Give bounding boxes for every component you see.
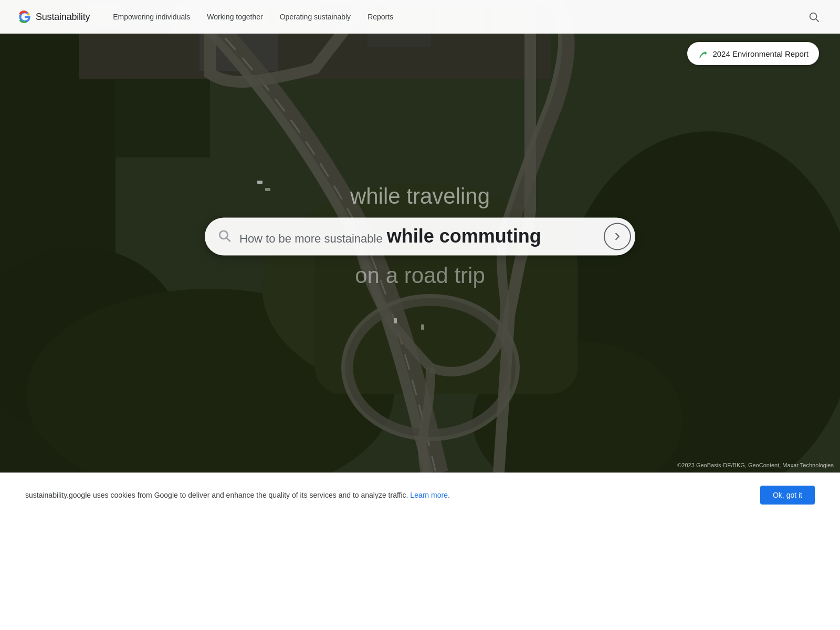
search-icon [808, 11, 820, 23]
search-text-area: How to be more sustainable while commuti… [239, 225, 604, 247]
search-bar: How to be more sustainable while commuti… [205, 217, 635, 255]
leaf-icon [698, 48, 708, 59]
search-button[interactable] [804, 7, 823, 26]
search-prefix: How to be more sustainable [239, 232, 383, 246]
search-bar-icon-wrap [217, 228, 231, 244]
map-attribution: ©2023 GeoBasis-DE/BKG, GeoContent, Maxar… [677, 462, 834, 468]
hero-section: 2024 Environmental Report while travelin… [0, 0, 840, 472]
nav-operating-sustainably[interactable]: Operating sustainably [274, 8, 357, 25]
suggestion-above: while traveling [350, 182, 490, 211]
cookie-banner: sustainability.google uses cookies from … [0, 472, 840, 517]
cookie-period: . [448, 491, 450, 499]
cookie-message: sustainability.google uses cookies from … [25, 491, 408, 499]
svg-line-31 [227, 238, 230, 241]
cookie-text: sustainability.google uses cookies from … [25, 491, 743, 499]
navigation: Sustainability Empowering individuals Wo… [0, 0, 840, 34]
chevron-right-icon [612, 230, 623, 242]
logo-link[interactable]: Sustainability [17, 9, 90, 25]
nav-links: Empowering individuals Working together … [107, 8, 804, 25]
brand-name: Sustainability [36, 12, 90, 23]
search-bar-icon [217, 228, 231, 242]
search-suffix: while commuting [387, 225, 541, 247]
suggestion-below: on a road trip [355, 261, 485, 290]
learn-more-link[interactable]: Learn more [410, 491, 448, 499]
env-report-button[interactable]: 2024 Environmental Report [687, 42, 819, 65]
nav-empowering-individuals[interactable]: Empowering individuals [107, 8, 196, 25]
google-logo-icon [17, 9, 33, 25]
cookie-ok-button[interactable]: Ok, got it [760, 486, 815, 505]
nav-reports[interactable]: Reports [361, 8, 400, 25]
nav-working-together[interactable]: Working together [201, 8, 269, 25]
svg-rect-28 [394, 318, 397, 323]
hero-content: while traveling How to be more sustainab… [184, 182, 656, 290]
svg-rect-29 [421, 324, 424, 330]
search-submit-button[interactable] [604, 223, 631, 250]
svg-line-1 [816, 19, 818, 22]
env-report-label: 2024 Environmental Report [712, 49, 808, 58]
